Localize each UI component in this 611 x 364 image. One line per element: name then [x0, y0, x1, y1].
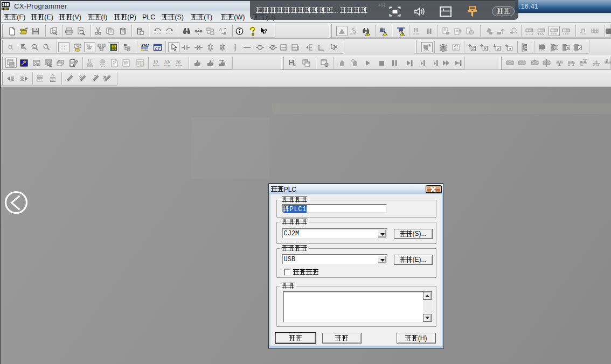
svg-text:A: A: [219, 27, 222, 31]
svg-text:?: ?: [264, 27, 267, 35]
svg-text:002: 002: [141, 64, 144, 66]
svg-text:CT: CT: [155, 46, 161, 51]
svg-text:SMA: SMA: [141, 44, 149, 47]
svg-text:10: 10: [164, 59, 169, 65]
svg-text:16: 16: [176, 59, 181, 65]
svg-text:B: B: [224, 32, 226, 36]
svg-text:10: 10: [153, 59, 158, 65]
